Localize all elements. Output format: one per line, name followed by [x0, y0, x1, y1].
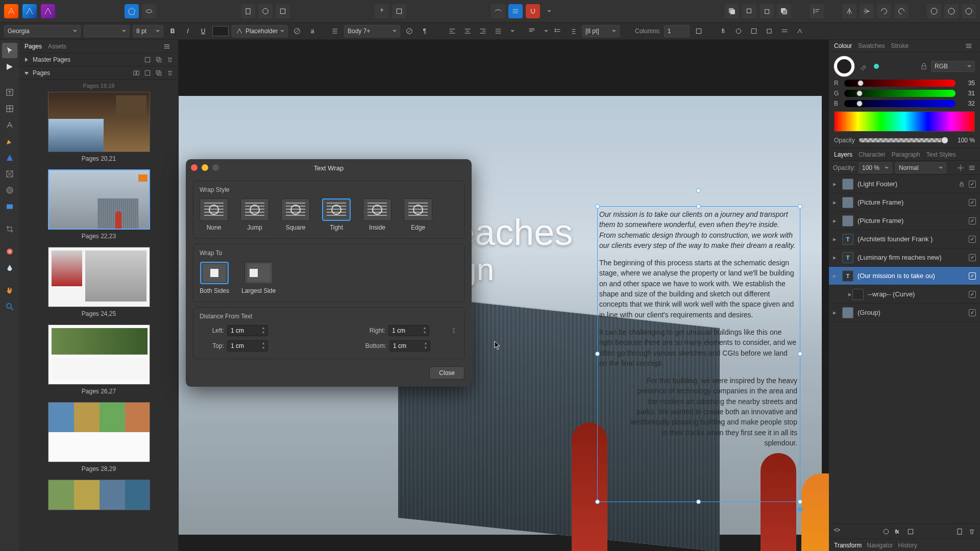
spread-setup-icon[interactable]	[258, 4, 273, 18]
wrap-style-none[interactable]: None	[200, 198, 228, 231]
layer-row[interactable]: ▸--wrap-- (Curve)	[829, 285, 980, 304]
font-style-select[interactable]	[84, 25, 130, 37]
layers-tab[interactable]: Layers	[834, 151, 852, 158]
valign-more-caret[interactable]	[541, 25, 548, 37]
pin-icon[interactable]	[375, 4, 389, 18]
text-colour-swatch[interactable]	[212, 26, 229, 36]
align-left-text-icon[interactable]	[446, 25, 458, 37]
pages-tab[interactable]: Pages	[24, 43, 42, 50]
master-pages-row[interactable]: Master Pages	[19, 53, 178, 66]
fill-tool[interactable]	[2, 244, 17, 259]
show-text-wrap-icon[interactable]	[491, 4, 505, 18]
baseline-grid-icon[interactable]	[508, 4, 523, 18]
fill-stroke-swatch[interactable]	[834, 56, 854, 77]
tint-dot-icon[interactable]	[873, 63, 880, 70]
delete-master-icon[interactable]	[166, 56, 174, 64]
colour-panel-menu-icon[interactable]	[963, 40, 975, 52]
lock-icon[interactable]	[959, 181, 965, 187]
spin-down-icon[interactable]: ▼	[260, 331, 266, 335]
disclose-icon[interactable]: ▸	[833, 217, 838, 224]
disclose-icon[interactable]: ▸	[833, 272, 838, 280]
wrap-style-square[interactable]: Square	[281, 198, 310, 231]
text-frame-icon[interactable]	[693, 25, 705, 37]
spin-down-icon[interactable]: ▼	[422, 331, 428, 335]
page-thumb-26-27[interactable]: Pages 26,27	[19, 324, 178, 395]
b-slider[interactable]	[844, 100, 955, 107]
vector-crop-tool[interactable]	[2, 221, 17, 237]
character-style-select[interactable]: Placeholder	[232, 25, 288, 37]
align-left-icon[interactable]	[810, 4, 824, 18]
panel-menu-icon[interactable]	[161, 40, 173, 53]
columns-value-input[interactable]: 1	[664, 25, 690, 37]
left-input[interactable]: 1 cm▲▼	[227, 325, 268, 336]
add-page-icon[interactable]	[143, 69, 152, 77]
account-icon[interactable]	[927, 4, 941, 18]
wrap-style-edge[interactable]: Edge	[404, 198, 432, 231]
transparency-tool[interactable]	[2, 260, 17, 276]
show-special-icon[interactable]	[794, 25, 806, 37]
g-slider[interactable]	[844, 90, 955, 97]
facing-pages-icon[interactable]	[132, 69, 140, 77]
layer-row[interactable]: ▸T(Our mission is to take ou)	[829, 267, 980, 285]
float-icon[interactable]	[392, 4, 406, 18]
view-tool[interactable]	[2, 283, 17, 298]
right-input[interactable]: 1 cm▲▼	[388, 325, 429, 336]
disclose-down-icon[interactable]	[23, 70, 30, 76]
spin-down-icon[interactable]: ▼	[260, 346, 266, 350]
italic-button[interactable]: I	[182, 25, 194, 37]
layer-blend-select[interactable]: Normal	[895, 162, 946, 173]
rotate-cw-icon[interactable]	[894, 4, 909, 18]
disclose-icon[interactable]: ▸	[833, 198, 838, 206]
leading-value-select[interactable]: [8 pt]	[582, 25, 620, 37]
underline-button[interactable]: U	[197, 25, 209, 37]
delete-page-icon[interactable]	[166, 69, 174, 77]
preferences-icon[interactable]	[276, 4, 290, 18]
layer-list[interactable]: ▸(Light Footer)▸(Picture Frame)▸(Picture…	[829, 175, 980, 523]
wrap-to-both-sides[interactable]: Both Sides	[200, 262, 229, 294]
hue-picker[interactable]	[834, 111, 975, 132]
ligatures-icon[interactable]: fi	[717, 25, 729, 37]
colour-mode-select[interactable]: RGB	[931, 61, 975, 72]
layer-row[interactable]: ▸(Light Footer)	[829, 175, 980, 193]
back-one-icon[interactable]	[742, 4, 756, 18]
spin-up-icon[interactable]: ▲	[260, 341, 266, 346]
vertical-align-icon[interactable]	[526, 25, 538, 37]
page-thumb-28-29[interactable]: Pages 28,29	[19, 402, 178, 472]
add-master-icon[interactable]	[143, 56, 152, 64]
visibility-checkbox[interactable]	[969, 291, 976, 298]
align-right-text-icon[interactable]	[477, 25, 489, 37]
visibility-checkbox[interactable]	[969, 181, 976, 188]
zoom-tool[interactable]	[2, 299, 17, 314]
sync-icon[interactable]	[944, 4, 959, 18]
bold-button[interactable]: B	[166, 25, 179, 37]
dialog-titlebar[interactable]: Text Wrap	[186, 159, 472, 177]
stroke-tab[interactable]: Stroke	[891, 42, 909, 49]
layer-row[interactable]: ▸(Picture Frame)	[829, 193, 980, 212]
hyphenation-icon[interactable]	[732, 25, 745, 37]
layer-row[interactable]: ▸T(Architetti founder Frank )	[829, 230, 980, 248]
page-thumb-24-25[interactable]: Pages 24,25	[19, 247, 178, 317]
wrap-to-largest-side[interactable]: Largest Side	[241, 262, 276, 294]
spin-up-icon[interactable]: ▲	[260, 326, 266, 331]
paragraph-pilcrow-icon[interactable]: ¶	[419, 25, 431, 37]
align-justify-icon[interactable]	[492, 25, 504, 37]
typography-icon[interactable]: a	[306, 25, 318, 37]
layer-row[interactable]: ▸(Picture Frame)	[829, 212, 980, 230]
visibility-checkbox[interactable]	[969, 254, 976, 261]
move-front-icon[interactable]	[777, 4, 791, 18]
flip-horizontal-icon[interactable]	[842, 4, 856, 18]
artistic-text-tool[interactable]	[2, 117, 17, 133]
rotate-ccw-icon[interactable]	[877, 4, 891, 18]
visibility-checkbox[interactable]	[969, 199, 976, 206]
layer-row[interactable]: ▸(Group)	[829, 304, 980, 322]
pages-row[interactable]: Pages	[19, 66, 178, 80]
swatches-tab[interactable]: Swatches	[858, 42, 885, 49]
flip-vertical-icon[interactable]	[860, 4, 874, 18]
visibility-checkbox[interactable]	[969, 236, 976, 243]
align-center-text-icon[interactable]	[461, 25, 474, 37]
opacity-slider[interactable]	[859, 138, 945, 142]
assets-tab[interactable]: Assets	[48, 43, 66, 50]
disclose-icon[interactable]: ▸	[833, 290, 848, 298]
preflight-icon[interactable]	[125, 4, 139, 18]
document-setup-icon[interactable]	[241, 4, 255, 18]
